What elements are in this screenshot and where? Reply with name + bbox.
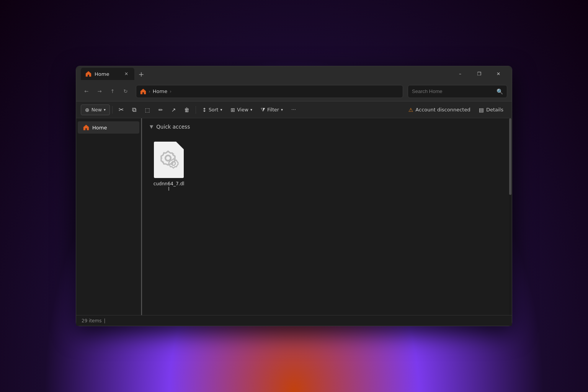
address-bar[interactable]: › Home › (136, 85, 403, 98)
file-document-icon (154, 142, 184, 178)
breadcrumb-sep2: › (170, 89, 172, 94)
tab-close-button[interactable]: ✕ (123, 70, 130, 77)
title-bar: Home ✕ + – ❐ ✕ (76, 66, 512, 82)
up-icon: ↑ (111, 88, 115, 94)
quick-access-label: Quick access (156, 124, 190, 130)
action-bar: ⊕ New ▾ ✂ ⧉ ⬚ ✏ ↗ 🗑 ↕ Sort ▾ ⊞ (76, 101, 512, 118)
filter-icon: ⧩ (261, 106, 265, 113)
new-tab-button[interactable]: + (136, 69, 147, 79)
sidebar: Home (76, 118, 141, 315)
sidebar-home-label: Home (92, 125, 107, 131)
separator-2 (196, 106, 196, 114)
scrollbar-track[interactable] (509, 118, 512, 315)
status-bar: 29 items | (76, 315, 512, 326)
scrollbar-thumb[interactable] (509, 118, 511, 195)
navigation-toolbar: ← → ↑ ↻ › Home › 🔍 (76, 82, 512, 101)
filter-label: Filter (267, 107, 279, 113)
refresh-button[interactable]: ↻ (120, 86, 131, 97)
filter-dropdown-icon: ▾ (281, 108, 283, 112)
file-item[interactable]: cudnn64_7.dll (150, 137, 188, 195)
window-controls: – ❐ ✕ (451, 68, 507, 80)
account-disconnected-button[interactable]: ⚠ Account disconnected (405, 105, 474, 115)
share-button[interactable]: ↗ (167, 105, 180, 115)
quick-access-header: ▼ Quick access (142, 118, 512, 134)
copy-icon: ⧉ (132, 106, 136, 113)
paste-button[interactable]: ⬚ (141, 105, 154, 115)
delete-button[interactable]: 🗑 (180, 105, 193, 115)
new-button[interactable]: ⊕ New ▾ (81, 105, 110, 115)
account-warning-icon: ⚠ (408, 107, 413, 113)
breadcrumb-sep1: › (149, 89, 150, 94)
search-bar[interactable]: 🔍 (408, 85, 507, 98)
collapse-arrow-icon[interactable]: ▼ (150, 124, 153, 129)
file-icon-container (152, 140, 186, 179)
refresh-icon: ↻ (124, 88, 128, 94)
content-area: Home ▼ Quick access (76, 118, 512, 315)
breadcrumb-home-label[interactable]: Home (153, 88, 167, 94)
maximize-button[interactable]: ❐ (470, 68, 488, 80)
forward-icon: → (98, 88, 102, 94)
items-count-label: 29 items (82, 318, 101, 323)
status-separator: | (104, 318, 105, 323)
svg-point-2 (172, 162, 175, 165)
main-panel: ▼ Quick access (142, 118, 512, 315)
back-button[interactable]: ← (81, 86, 92, 97)
sidebar-item-home[interactable]: Home (78, 121, 139, 134)
view-icon: ⊞ (231, 107, 235, 113)
delete-icon: 🗑 (184, 107, 189, 113)
cut-button[interactable]: ✂ (115, 104, 127, 115)
details-label: Details (486, 107, 503, 113)
new-plus-icon: ⊕ (85, 107, 90, 113)
search-input[interactable] (412, 88, 494, 94)
up-button[interactable]: ↑ (107, 86, 118, 97)
sort-label: Sort (209, 107, 219, 113)
new-label: New (91, 107, 102, 113)
search-icon: 🔍 (497, 88, 503, 95)
more-icon: ··· (291, 107, 296, 113)
copy-button[interactable]: ⧉ (128, 104, 140, 115)
file-explorer-window: Home ✕ + – ❐ ✕ ← → ↑ (76, 66, 512, 326)
view-label: View (237, 107, 248, 113)
view-button[interactable]: ⊞ View ▾ (227, 105, 256, 115)
rename-button[interactable]: ✏ (155, 105, 167, 115)
files-grid: cudnn64_7.dll (142, 134, 512, 199)
file-name-label: cudnn64_7.dll (153, 181, 185, 192)
rename-icon: ✏ (158, 107, 163, 113)
back-icon: ← (85, 88, 89, 94)
tab-title-label: Home (95, 71, 109, 77)
gear-icon (157, 149, 180, 170)
minimize-button[interactable]: – (451, 68, 469, 80)
paste-icon: ⬚ (145, 107, 150, 113)
sort-icon: ↕ (202, 107, 207, 113)
address-home-icon (140, 88, 146, 95)
details-button[interactable]: ▤ Details (475, 105, 507, 115)
close-button[interactable]: ✕ (490, 68, 507, 80)
forward-button[interactable]: → (94, 86, 105, 97)
details-panel-icon: ▤ (479, 107, 484, 113)
filter-button[interactable]: ⧩ Filter ▾ (257, 105, 287, 115)
share-icon: ↗ (171, 107, 176, 113)
cut-icon: ✂ (119, 106, 124, 113)
new-dropdown-icon: ▾ (104, 108, 106, 112)
sort-dropdown-icon: ▾ (220, 108, 222, 112)
sidebar-home-icon (83, 124, 89, 131)
tab-home-icon (85, 71, 91, 77)
account-disconnected-label: Account disconnected (415, 107, 470, 113)
view-dropdown-icon: ▾ (250, 108, 252, 112)
active-tab[interactable]: Home ✕ (81, 68, 134, 80)
sort-button[interactable]: ↕ Sort ▾ (198, 105, 226, 115)
separator-1 (112, 106, 113, 114)
more-button[interactable]: ··· (287, 105, 300, 114)
